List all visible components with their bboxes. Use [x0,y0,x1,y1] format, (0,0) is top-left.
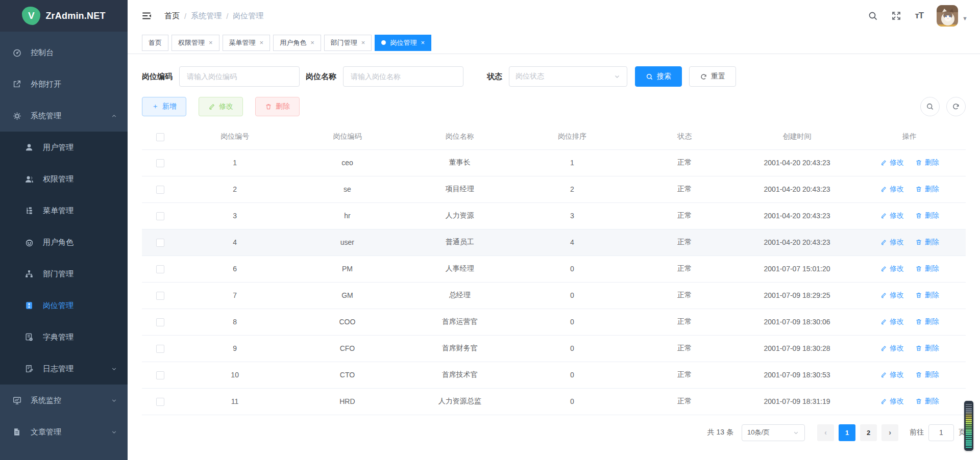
row-delete-link[interactable]: 删除 [915,317,939,326]
pager-pages: 12 [839,424,877,441]
table-row[interactable]: 1 ceo 董事长 1 正常 2001-04-20 20:43:23 修改 删除 [142,149,966,176]
row-edit-link[interactable]: 修改 [880,344,904,353]
row-edit-link[interactable]: 修改 [880,211,904,220]
cell-post-sort: 0 [516,255,628,282]
row-delete-link[interactable]: 删除 [915,211,939,220]
next-page-button[interactable]: › [881,424,898,441]
trash-icon [915,345,922,352]
fullscreen-icon[interactable] [891,11,901,21]
tab-home[interactable]: 首页 [142,35,168,51]
row-checkbox[interactable] [156,265,164,273]
status-select[interactable]: 岗位状态 [509,66,627,87]
table-header: 岗位编号岗位编码岗位名称岗位排序状态创建时间操作 [142,124,966,149]
sidebar-item-user-role[interactable]: 用户角色 [0,226,128,258]
row-edit-link[interactable]: 修改 [880,238,904,247]
row-edit-link[interactable]: 修改 [880,158,904,167]
page-size-select[interactable]: 10条/页 [742,424,805,441]
page-button-1[interactable]: 1 [839,424,855,441]
row-checkbox[interactable] [156,318,164,326]
search-icon[interactable] [868,11,878,21]
row-delete-link[interactable]: 删除 [915,397,939,406]
close-icon[interactable]: × [361,39,365,46]
row-edit-link[interactable]: 修改 [880,185,904,194]
post-code-input[interactable] [179,66,300,87]
row-checkbox[interactable] [156,398,164,406]
row-checkbox[interactable] [156,239,164,247]
sidebar-item-article-mgmt[interactable]: 文章管理 [0,416,128,448]
table-row[interactable]: 4 user 普通员工 4 正常 2001-04-20 20:43:23 修改 … [142,229,966,255]
row-checkbox[interactable] [156,186,164,194]
search-button-label: 搜索 [657,72,671,81]
select-all-checkbox[interactable] [156,133,164,141]
sidebar-item-external-open[interactable]: 外部打开 [0,68,128,100]
row-checkbox[interactable] [156,159,164,167]
page-button-2[interactable]: 2 [860,424,877,441]
row-checkbox[interactable] [156,345,164,353]
breadcrumb-separator: / [226,12,228,20]
row-checkbox[interactable] [156,292,164,300]
goto-page-input[interactable] [928,424,954,441]
cell-created-at: 2001-04-20 20:43:23 [741,229,853,255]
edit-button[interactable]: 修改 [199,97,243,116]
table-row[interactable]: 3 hr 人力资源 3 正常 2001-04-20 20:43:23 修改 删除 [142,202,966,229]
close-icon[interactable]: × [209,39,213,46]
tab-menu[interactable]: 菜单管理 × [223,35,271,51]
cell-post-name: 首席技术官 [404,362,516,388]
row-delete-link[interactable]: 删除 [915,264,939,273]
table-row[interactable]: 9 CFO 首席财务官 0 正常 2001-07-09 18:30:28 修改 … [142,335,966,362]
sidebar-item-system-mgmt[interactable]: 系统管理 [0,100,128,132]
reset-button[interactable]: 重置 [689,66,736,87]
tab-post[interactable]: 岗位管理 × [375,35,431,51]
sidebar-item-perm-mgmt[interactable]: 权限管理 [0,163,128,195]
sidebar-item-system-monitor[interactable]: 系统监控 [0,385,128,416]
row-edit-link[interactable]: 修改 [880,397,904,406]
logo[interactable]: V ZrAdmin.NET [0,0,128,32]
row-delete-link[interactable]: 删除 [915,185,939,194]
prev-page-button[interactable]: ‹ [817,424,834,441]
tab-perm[interactable]: 权限管理 × [172,35,219,51]
sidebar-item-dept-mgmt[interactable]: 部门管理 [0,258,128,290]
user-menu[interactable]: ▼ [937,5,968,27]
cell-post-name: 董事长 [404,149,516,176]
sidebar-toggle-icon[interactable] [140,9,153,22]
row-delete-link[interactable]: 删除 [915,291,939,300]
delete-button[interactable]: 删除 [255,97,300,116]
show-search-button[interactable] [920,97,940,116]
sidebar-item-post-mgmt[interactable]: 岗位管理 [0,290,128,321]
search-button[interactable]: 搜索 [635,66,682,87]
font-size-icon[interactable]: ᴛT [915,11,923,21]
row-delete-link[interactable]: 删除 [915,158,939,167]
row-edit-link[interactable]: 修改 [880,317,904,326]
row-delete-link[interactable]: 删除 [915,370,939,379]
row-delete-link[interactable]: 删除 [915,344,939,353]
column-header: 岗位名称 [404,124,516,149]
close-icon[interactable]: × [310,39,314,46]
tab-dept[interactable]: 部门管理 × [324,35,372,51]
sidebar-item-log-mgmt[interactable]: 日志管理 [0,353,128,385]
row-edit-link[interactable]: 修改 [880,291,904,300]
row-checkbox[interactable] [156,371,164,379]
table-row[interactable]: 8 COO 首席运营官 0 正常 2001-07-09 18:30:06 修改 … [142,309,966,335]
table-row[interactable]: 10 CTO 首席技术官 0 正常 2001-07-09 18:30:53 修改… [142,362,966,388]
row-edit-link[interactable]: 修改 [880,264,904,273]
scroll-indicator[interactable] [964,401,973,451]
row-edit-link[interactable]: 修改 [880,370,904,379]
breadcrumb-home[interactable]: 首页 [164,11,180,21]
add-button[interactable]: ＋ 新增 [142,97,186,116]
table-row[interactable]: 6 PM 人事经理 0 正常 2001-07-07 15:01:20 修改 删除 [142,255,966,282]
table-row[interactable]: 2 se 项目经理 2 正常 2001-04-20 20:43:23 修改 删除 [142,176,966,202]
tab-role[interactable]: 用户角色 × [273,35,321,51]
table-row[interactable]: 11 HRD 人力资源总监 0 正常 2001-07-09 18:31:19 修… [142,388,966,415]
refresh-button[interactable] [946,97,966,116]
post-name-input[interactable] [343,66,463,87]
close-icon[interactable]: × [260,39,264,46]
table-row[interactable]: 7 GM 总经理 0 正常 2001-07-09 18:29:25 修改 删除 [142,282,966,309]
sidebar-item-dict-mgmt[interactable]: 字典管理 [0,321,128,353]
avatar[interactable] [937,5,958,27]
row-checkbox[interactable] [156,212,164,220]
sidebar-item-menu-mgmt[interactable]: 菜单管理 [0,195,128,226]
row-delete-link[interactable]: 删除 [915,238,939,247]
sidebar-item-user-mgmt[interactable]: 用户管理 [0,132,128,163]
sidebar-item-dashboard[interactable]: 控制台 [0,37,128,68]
close-icon[interactable]: × [421,39,425,46]
